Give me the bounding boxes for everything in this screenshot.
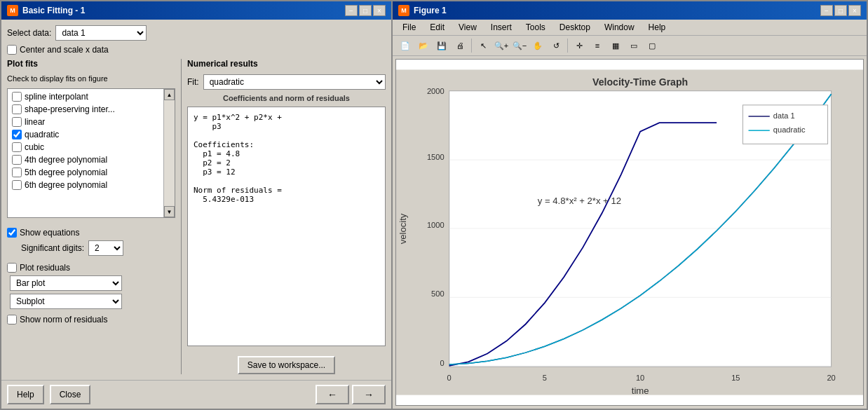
fig-maximize-btn[interactable]: □	[834, 5, 847, 16]
scroll-track	[164, 100, 175, 206]
show-hide-btn[interactable]: ▢	[644, 38, 660, 53]
menu-file[interactable]: File	[397, 21, 421, 34]
save-workspace-button[interactable]: Save to workspace...	[238, 356, 335, 374]
svg-text:1000: 1000	[427, 221, 445, 229]
left-panel-content: Select data: data 1 Center and scale x d…	[1, 20, 391, 380]
data-cursor-btn[interactable]: ✛	[571, 38, 588, 53]
open-btn[interactable]: 📂	[415, 38, 432, 53]
equations-section: Show equations Significant digits: 2134	[7, 228, 175, 256]
fig-minimize-btn[interactable]: −	[820, 5, 833, 16]
fit-4th-cb[interactable]	[12, 155, 22, 165]
fits-list: spline interpolant shape-preserving inte…	[8, 89, 163, 193]
sig-digits-dropdown[interactable]: 2134	[88, 240, 123, 256]
print-btn[interactable]: 🖨	[452, 38, 468, 53]
plot-tools-btn[interactable]: ▭	[625, 38, 642, 53]
svg-text:0: 0	[440, 359, 444, 367]
fits-list-inner: spline interpolant shape-preserving inte…	[8, 89, 163, 217]
fit-6th-cb[interactable]	[12, 180, 22, 190]
fit-4th-label: 4th degree polynomial	[25, 155, 107, 165]
show-norm-label: Show norm of residuals	[20, 315, 107, 324]
select-data-row: Select data: data 1	[7, 25, 386, 41]
zoom-out-btn[interactable]: 🔍−	[511, 38, 528, 53]
figure-panel: M Figure 1 − □ × File Edit View Insert T…	[393, 0, 868, 410]
svg-text:Velocity-Time Graph: Velocity-Time Graph	[592, 76, 688, 88]
colorbar-btn[interactable]: ▦	[607, 38, 624, 53]
menu-help[interactable]: Help	[643, 21, 672, 34]
fit-item-cubic[interactable]: cubic	[9, 141, 162, 153]
svg-text:data 1: data 1	[773, 111, 795, 120]
fit-dropdown[interactable]: quadraticlinearcubic	[203, 74, 386, 90]
coefficients-text: y = p1*x^2 + p2*x + p3 Coefficients: p1 …	[194, 113, 379, 204]
fit-item-linear[interactable]: linear	[9, 116, 162, 128]
fits-list-wrapper: spline interpolant shape-preserving inte…	[7, 88, 175, 218]
svg-text:velocity: velocity	[398, 213, 408, 244]
fit-item-quadratic[interactable]: quadratic	[9, 128, 162, 141]
basic-fitting-panel: M Basic Fitting - 1 − □ × Select data: d…	[0, 0, 393, 410]
menu-desktop[interactable]: Desktop	[554, 21, 596, 34]
help-button[interactable]: Help	[7, 385, 44, 404]
bar-plot-dropdown[interactable]: Bar plotLine plotStem plot	[10, 275, 122, 291]
close-button[interactable]: Close	[50, 385, 91, 404]
menu-insert[interactable]: Insert	[485, 21, 517, 34]
fits-scrollbar: ▲ ▼	[163, 89, 175, 217]
fit-item-4th[interactable]: 4th degree polynomial	[9, 153, 162, 166]
svg-text:1500: 1500	[427, 153, 445, 161]
plot-residuals-label: Plot residuals	[20, 263, 70, 273]
maximize-btn[interactable]: □	[359, 5, 372, 16]
show-equations-label: Show equations	[20, 228, 79, 238]
scroll-down-btn[interactable]: ▼	[164, 206, 175, 217]
center-scale-checkbox[interactable]	[7, 45, 17, 55]
fit-6th-label: 6th degree polynomial	[25, 180, 107, 190]
check-display-label: Check to display fits on figure	[7, 74, 175, 83]
plot-residuals-cb[interactable]	[7, 263, 17, 273]
zoom-in-btn[interactable]: 🔍+	[493, 38, 510, 53]
rotate-btn[interactable]: ↺	[548, 38, 564, 53]
subplot-dropdown[interactable]: SubplotSeparate figure	[10, 294, 122, 309]
main-columns: Plot fits Check to display fits on figur…	[7, 59, 386, 374]
left-panel-title: Basic Fitting - 1	[22, 6, 85, 15]
pointer-btn[interactable]: ↖	[475, 38, 491, 53]
svg-text:5: 5	[543, 374, 547, 382]
select-data-label: Select data:	[7, 28, 51, 38]
fit-spline-cb[interactable]	[12, 92, 22, 102]
scroll-up-btn[interactable]: ▲	[164, 89, 175, 100]
bottom-buttons: Help Close ← →	[1, 380, 391, 409]
fit-5th-cb[interactable]	[12, 168, 22, 177]
select-data-dropdown[interactable]: data 1	[55, 25, 147, 41]
matlab-icon: M	[7, 5, 18, 16]
menu-tools[interactable]: Tools	[520, 21, 551, 34]
residuals-section: Plot residuals Bar plotLine plotStem plo…	[7, 263, 175, 324]
show-norm-row: Show norm of residuals	[7, 315, 175, 324]
fit-spline-label: spline interpolant	[25, 92, 88, 102]
svg-text:15: 15	[731, 374, 740, 382]
fit-cubic-cb[interactable]	[12, 142, 22, 152]
sep2	[567, 39, 568, 53]
prev-button[interactable]: ←	[316, 385, 349, 404]
pan-btn[interactable]: ✋	[529, 38, 546, 53]
menu-window[interactable]: Window	[599, 21, 640, 34]
close-btn-left[interactable]: ×	[373, 5, 386, 16]
equation-text: y = 4.8*x² + 2*x + 12	[538, 196, 621, 206]
fit-item-5th[interactable]: 5th degree polynomial	[9, 166, 162, 179]
panel-divider	[181, 59, 182, 374]
fig-close-btn[interactable]: ×	[848, 5, 861, 16]
fit-shape-cb[interactable]	[12, 104, 22, 114]
fit-item-shape[interactable]: shape-preserving inter...	[9, 103, 162, 116]
fit-shape-label: shape-preserving inter...	[25, 104, 115, 114]
minimize-btn[interactable]: −	[345, 5, 358, 16]
next-button[interactable]: →	[352, 385, 386, 404]
menu-edit[interactable]: Edit	[424, 21, 450, 34]
svg-text:500: 500	[431, 289, 445, 298]
fit-linear-cb[interactable]	[12, 117, 22, 127]
title-bar-right: M Figure 1 − □ ×	[393, 1, 867, 20]
fit-item-spline[interactable]: spline interpolant	[9, 90, 162, 103]
show-norm-cb[interactable]	[7, 315, 17, 324]
fit-item-6th[interactable]: 6th degree polynomial	[9, 179, 162, 191]
new-figure-btn[interactable]: 📄	[397, 38, 414, 53]
insert-legend-btn[interactable]: ≡	[589, 38, 606, 53]
menu-view[interactable]: View	[453, 21, 482, 34]
save-btn-fig[interactable]: 💾	[433, 38, 450, 53]
fit-label: Fit:	[187, 77, 199, 87]
fit-quadratic-cb[interactable]	[12, 130, 22, 139]
show-equations-cb[interactable]	[7, 228, 17, 238]
